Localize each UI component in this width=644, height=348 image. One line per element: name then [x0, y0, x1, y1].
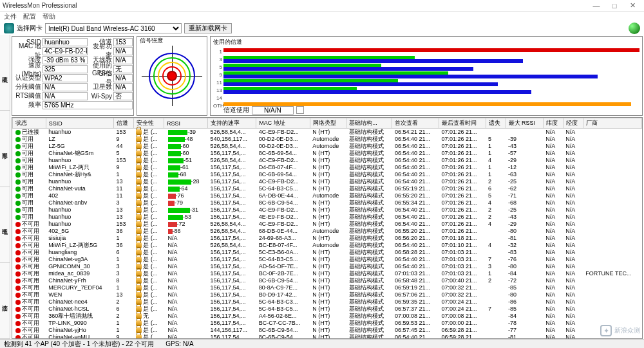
ssid-value: huanhuo [43, 38, 88, 46]
signal-radar: 信号强度 [137, 36, 207, 116]
table-row[interactable]: 不可用huangliang6是 (...N/A156,117,54,...5C-… [13, 249, 642, 256]
table-row[interactable]: 不可用huanhuo153是 (...-72526,58,54,4...4C-E… [13, 221, 642, 228]
status-bar: 检测到 41 个AP (40 个加密 - 1 个未加密) - 22 个可用 GP… [0, 339, 644, 348]
table-row[interactable]: 可用huanhuo153是 (...-51526,58,54,4...4C-E9… [13, 157, 642, 164]
table-row[interactable]: 可用ChinaNet-vuta11是 (...-64156,117,54,...… [13, 185, 642, 192]
freq-value: 5765 MHz [43, 101, 133, 109]
col-header[interactable]: 网络类型 [310, 118, 346, 129]
menu-help[interactable]: 帮助 [43, 12, 55, 21]
table-row[interactable]: 不可用ChinaNet-vg3A1是 (...N/A156,117,54,...… [13, 256, 642, 263]
col-header[interactable]: 最大 RSSI [506, 118, 543, 129]
menu-file[interactable]: 文件 [4, 12, 17, 21]
table-row[interactable]: 不可用402_5G36是 (...-86526,58,54,4...68-DB-… [13, 228, 642, 235]
table-row[interactable]: 不可用midea_ac_08393是 (...N/A156,117,54,...… [13, 270, 642, 277]
table-row[interactable]: 可用ChinaNet-锦GSm5是 (...-60156,117,54,...8… [13, 150, 642, 157]
connection-info: SSIDhuanhuo信道153 MAC 地址4C-E9-FB-D2-E7-42… [12, 36, 134, 116]
table-row[interactable]: 不可用TP-LINK_90901是 (...N/A156,117,54,...B… [13, 320, 642, 327]
tab-map[interactable]: 地图 [0, 187, 10, 263]
table-row[interactable]: 可用ChinaNet-anbv3是 (...-79156,117,54,...8… [13, 199, 642, 206]
status-gps: GPS: N/A [166, 340, 193, 347]
rssi-value: -39 dBm 63 % [43, 56, 88, 64]
col-header[interactable]: 纬度 [543, 118, 563, 129]
app-title: WirelessMon Professional [3, 2, 77, 9]
col-header[interactable]: 信道 [113, 118, 133, 129]
reload-button[interactable]: 重新加载网卡 [184, 23, 232, 33]
minimize-button[interactable]: — [587, 1, 605, 11]
table-row[interactable]: 不可用sisiujia1是 (...N/A156,117,54,...24-69… [13, 235, 642, 242]
table-row[interactable]: 不可用360靠十墙消抛线2无N/A156,117,54,...A4-56-02-… [13, 313, 642, 320]
adapter-icon [4, 23, 14, 33]
tab-ip[interactable]: 连接 [0, 263, 10, 339]
table-row[interactable]: 可用LZ-5G44是 (...-60526,58,54,4...00-D2-0E… [13, 143, 642, 150]
table-row[interactable]: 可用ChinaNet-新Hy&1是 (...-68156,117,54,...8… [13, 171, 642, 178]
table-row[interactable]: 可用huanhuo13是 (...-31156,117,54,...4C-E9-… [13, 206, 642, 214]
maximize-button[interactable]: □ [605, 1, 623, 11]
col-header[interactable]: 支持的速率 [207, 118, 256, 129]
channel-value: 153 [113, 38, 133, 46]
mac-value: 4C-E9-FB-D2-E7-42 [43, 47, 88, 55]
col-header[interactable]: 最后查看时间 [439, 118, 486, 129]
table-row[interactable]: 不可用GPNICOMN_303是 (...N/A156,117,54,...AD… [13, 263, 642, 270]
menu-bar: 文件 配置 帮助 [0, 12, 644, 22]
table-row[interactable]: 不可用MiWiFi_LZ-两崽5G36是 (...N/A526,58,54,4.… [13, 242, 642, 249]
col-header[interactable]: 基础结构... [346, 118, 392, 129]
title-bar: WirelessMon Professional — □ ✕ [0, 0, 644, 12]
table-row[interactable]: 可用huanhuo13是 (...-53156,117,54,...4E-E9-… [13, 214, 642, 221]
col-header[interactable]: 厂商 [583, 118, 641, 129]
menu-config[interactable]: 配置 [23, 12, 36, 21]
toolbar: 选择网卡 Intel(R) Dual Band Wireless-AC 3160… [0, 22, 644, 35]
col-header[interactable]: RSSI [164, 118, 208, 129]
table-row[interactable]: 不可用ChinaNet-hCSL6是 (...N/A156,117,54,...… [13, 306, 642, 313]
table-row[interactable]: 可用40211是 (...-76156,117,54,...6A-DB-0E-4… [13, 192, 642, 199]
auth-value: WPA2 [43, 74, 88, 82]
tab-summary[interactable]: 概要 [0, 35, 10, 111]
col-header[interactable]: 遗失 [486, 118, 506, 129]
side-tabs: 概要 图形 地图 连接 [0, 35, 10, 339]
table-row[interactable]: 不可用MERCURY_7EDF041是 (...N/A156,117,54,..… [13, 284, 642, 291]
speed-value: 325 [43, 65, 88, 73]
channel-usage-chart: 使用的信道 1359111314OTH 信道使用 N/A/N [210, 36, 643, 116]
table-row[interactable]: 不可用ChinaNet-vgMU9是 (...N/A156,117,54,...… [13, 334, 642, 339]
col-header[interactable]: 经度 [563, 118, 583, 129]
table-row[interactable]: 不可用ChinaNet-yFrh8是 (...N/A156,117,54,...… [13, 277, 642, 284]
table-row[interactable]: 不可用WEN13是 (...N/A156,117,54,...B0-D9-17-… [13, 291, 642, 298]
network-list[interactable]: 状态SSID信道安全性RSSI支持的速率MAC 地址网络类型基础结构...首次查… [12, 117, 643, 339]
col-header[interactable]: MAC 地址 [256, 118, 310, 129]
chan-toggle[interactable] [296, 106, 304, 114]
table-row[interactable]: 可用LZ9是 (...-48540,156,117...00-D2-0E-D3.… [13, 136, 642, 143]
table-row[interactable]: 已连接huanhuo153是 (...-39526,58,54,4...4C-E… [13, 129, 642, 136]
col-header[interactable]: 首次查看 [392, 118, 439, 129]
table-row[interactable]: 可用huanhuo13是 (...-28156,117,54,...4C-E9-… [13, 178, 642, 185]
tab-graph[interactable]: 图形 [0, 111, 10, 187]
globe-icon[interactable] [629, 23, 640, 34]
adapter-select[interactable]: Intel(R) Dual Band Wireless-AC 3160 [45, 23, 182, 33]
col-header[interactable]: 状态 [13, 118, 46, 129]
table-row[interactable]: 不可用ChinaNet-yjHo1是 (...N/A144,156,117...… [13, 327, 642, 334]
table-row[interactable]: 不可用ChinaNet-nee42是 (...N/A156,117,54,...… [13, 298, 642, 306]
status-ap: 检测到 41 个AP (40 个加密 - 1 个未加密) - 22 个可用 [4, 340, 154, 349]
col-header[interactable]: SSID [46, 118, 113, 129]
close-button[interactable]: ✕ [623, 1, 641, 11]
table-row[interactable]: 可用MiWiFi_LZ-两只9是 (...-61156,117,54,...D4… [13, 164, 642, 171]
adapter-label: 选择网卡 [17, 24, 43, 33]
